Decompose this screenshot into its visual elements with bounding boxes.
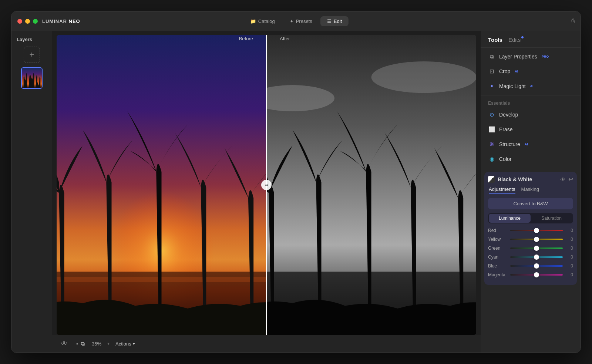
tool-item-color[interactable]: ◉ Color: [481, 152, 581, 166]
presets-nav-btn[interactable]: ✦ Presets: [283, 16, 319, 26]
canvas-image[interactable]: ⇔: [57, 35, 476, 335]
blue-label: Blue: [488, 263, 507, 269]
nav-tabs: 📁 Catalog ✦ Presets ☰ Edit: [243, 16, 349, 26]
red-label: Red: [488, 228, 507, 233]
title-bar: LUMINAR NEO 📁 Catalog ✦ Presets ☰ Edit ⎙: [11, 11, 581, 31]
edits-tab[interactable]: Edits: [508, 37, 521, 43]
actions-chevron-icon: ▾: [133, 341, 135, 346]
erase-icon: ⬜: [488, 126, 495, 133]
cyan-slider-row: Cyan 0: [488, 255, 573, 260]
add-layer-button[interactable]: +: [24, 47, 40, 63]
cyan-slider[interactable]: [510, 256, 563, 258]
tool-item-magic-light[interactable]: ✦ Magic Light AI: [481, 79, 581, 94]
catalog-nav-btn[interactable]: 📁 Catalog: [243, 16, 282, 26]
tool-item-erase[interactable]: ⬜ Erase: [481, 122, 581, 137]
catalog-icon: 📁: [250, 18, 256, 24]
develop-icon: ⊙: [488, 111, 495, 118]
layer-thumb-image: [22, 68, 42, 88]
right-sidebar: Tools Edits ⧉ Layer Properties PRO ⊡ Cro…: [481, 31, 581, 353]
magenta-slider-row: Magenta 0: [488, 272, 573, 277]
tool-item-develop[interactable]: ⊙ Develop: [481, 107, 581, 122]
crop-label: Crop: [499, 68, 510, 74]
bw-panel: Black & White 👁 ↩ Adjustments Masking Co…: [484, 172, 577, 285]
saturation-button[interactable]: Saturation: [531, 214, 572, 223]
yellow-slider-thumb[interactable]: [534, 237, 539, 242]
tool-item-layer-properties[interactable]: ⧉ Layer Properties PRO: [481, 49, 581, 64]
luminance-button[interactable]: Luminance: [489, 214, 531, 223]
split-view-icon[interactable]: ⧉: [80, 340, 86, 348]
app-name: LUMINAR NEO: [42, 18, 80, 24]
bw-panel-header: Black & White 👁 ↩: [488, 176, 573, 183]
blue-slider-row: Blue 0: [488, 263, 573, 269]
magic-light-badge: AI: [530, 84, 534, 88]
zoom-chevron-icon[interactable]: ▾: [107, 341, 110, 346]
color-label: Color: [499, 156, 511, 162]
reset-icon[interactable]: ↩: [568, 176, 573, 183]
magenta-slider-thumb[interactable]: [534, 272, 539, 277]
close-button[interactable]: [17, 19, 22, 24]
layers-sidebar: Layers +: [11, 31, 52, 353]
after-image: [266, 35, 476, 335]
magenta-slider[interactable]: [510, 274, 563, 276]
single-view-icon[interactable]: ▪: [75, 340, 79, 348]
panel-divider: [481, 168, 581, 168]
tools-edits-header: Tools Edits: [481, 31, 581, 46]
tool-item-crop[interactable]: ⊡ Crop AI: [481, 64, 581, 79]
yellow-slider-row: Yellow 0: [488, 237, 573, 242]
convert-bw-button[interactable]: Convert to B&W: [488, 198, 573, 209]
traffic-lights: [17, 19, 38, 24]
tool-item-structure[interactable]: ❋ Structure AI: [481, 137, 581, 152]
structure-label: Structure: [499, 141, 520, 147]
magenta-label: Magenta: [488, 272, 507, 277]
minimize-button[interactable]: [25, 19, 30, 24]
layer-thumbnail[interactable]: [21, 67, 43, 89]
cyan-label: Cyan: [488, 255, 507, 260]
view-toggle: ▪ ⧉: [75, 340, 86, 348]
red-value: 0: [566, 228, 573, 233]
presets-icon: ✦: [290, 18, 294, 24]
actions-button[interactable]: Actions ▾: [115, 341, 135, 347]
before-image: [57, 35, 266, 335]
red-slider-thumb[interactable]: [534, 228, 539, 233]
actions-label: Actions: [115, 341, 131, 347]
structure-icon: ❋: [488, 141, 495, 148]
yellow-slider[interactable]: [510, 239, 563, 240]
crop-icon: ⊡: [488, 68, 495, 75]
blue-slider-thumb[interactable]: [534, 263, 539, 269]
green-label: Green: [488, 246, 507, 251]
sliders-container: Red 0 Yellow 0: [488, 228, 573, 277]
blue-slider[interactable]: [510, 265, 563, 267]
edit-icon: ☰: [327, 18, 332, 24]
divider-handle[interactable]: ⇔: [261, 180, 272, 190]
visibility-icon[interactable]: 👁: [560, 176, 565, 182]
zoom-level[interactable]: 35%: [92, 341, 101, 347]
drag-icon: ⇔: [265, 183, 268, 188]
red-slider[interactable]: [510, 230, 563, 231]
color-icon: ◉: [488, 155, 495, 163]
app-window: LUMINAR NEO 📁 Catalog ✦ Presets ☰ Edit ⎙…: [11, 11, 581, 353]
bw-panel-icon: [488, 176, 495, 183]
edit-nav-btn[interactable]: ☰ Edit: [320, 16, 349, 26]
panel-tabs: Adjustments Masking: [488, 186, 573, 194]
share-icon[interactable]: ⎙: [571, 18, 575, 24]
lum-sat-toggle: Luminance Saturation: [488, 213, 573, 223]
canvas-bottom-bar: 👁 ▪ ⧉ 35% ▾ Actions ▾: [52, 335, 481, 353]
masking-tab[interactable]: Masking: [521, 186, 539, 194]
adjustments-tab[interactable]: Adjustments: [489, 186, 515, 194]
tools-tab[interactable]: Tools: [488, 37, 502, 43]
canvas-area: Before After: [52, 31, 481, 353]
svg-rect-0: [22, 68, 42, 88]
cyan-value: 0: [566, 255, 573, 260]
maximize-button[interactable]: [33, 19, 38, 24]
cyan-slider-thumb[interactable]: [534, 255, 539, 260]
magic-light-icon: ✦: [488, 82, 495, 90]
green-slider[interactable]: [510, 247, 563, 249]
essentials-label: Essentials: [481, 97, 581, 107]
header-divider: [481, 47, 581, 48]
develop-label: Develop: [499, 112, 518, 118]
bw-panel-title: Black & White: [498, 176, 557, 182]
green-slider-thumb[interactable]: [534, 246, 539, 251]
erase-label: Erase: [499, 127, 513, 132]
visibility-toggle-icon[interactable]: 👁: [60, 338, 69, 349]
layers-title: Layers: [17, 37, 32, 42]
